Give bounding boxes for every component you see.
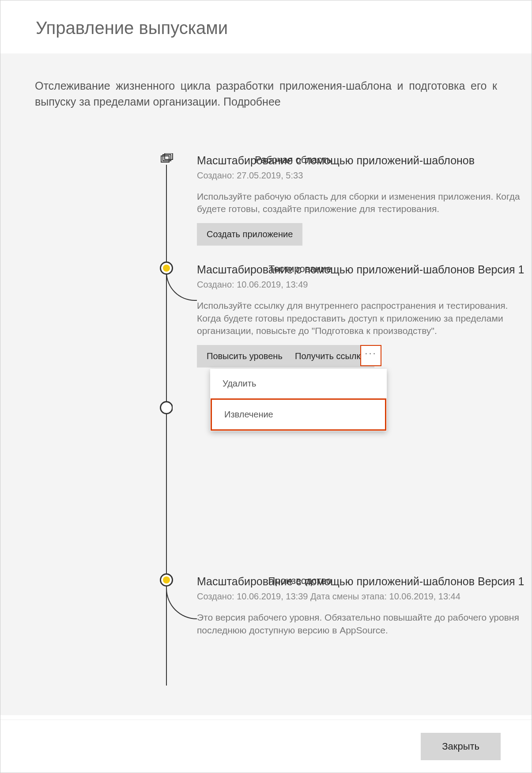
create-app-button[interactable]: Создать приложение bbox=[197, 223, 302, 246]
testing-curve bbox=[166, 272, 197, 301]
workspace-icon bbox=[161, 153, 173, 165]
stage-label-workspace: Рабочая область bbox=[173, 154, 332, 166]
production-meta: Создано: 10.06.2019, 13:39 Дата смены эт… bbox=[197, 591, 532, 602]
testing-marker-icon bbox=[160, 261, 173, 275]
dialog-header: Управление выпусками bbox=[0, 0, 532, 53]
release-timeline: Рабочая область Масштабирование с помощь… bbox=[0, 154, 532, 686]
intro-text: Отслеживание жизненного цикла разработки… bbox=[0, 78, 532, 110]
testing-actions: Повысить уровень приложения Получить ссы… bbox=[197, 345, 532, 368]
stage-production: Производство Масштабирование с помощью п… bbox=[173, 575, 532, 686]
menu-item-delete[interactable]: Удалить bbox=[210, 369, 387, 398]
dialog-body: Отслеживание жизненного цикла разработки… bbox=[0, 53, 532, 715]
workspace-desc: Используйте рабочую область для сборки и… bbox=[197, 190, 532, 216]
stage-testing: Тестирование Масштабирование с помощью п… bbox=[173, 263, 532, 368]
page-title: Управление выпусками bbox=[36, 18, 496, 38]
timeline-line bbox=[166, 163, 167, 686]
production-curve bbox=[166, 584, 197, 619]
dialog-footer: Закрыть bbox=[0, 720, 532, 773]
stage-workspace: Рабочая область Масштабирование с помощь… bbox=[173, 154, 532, 246]
close-button[interactable]: Закрыть bbox=[421, 733, 501, 760]
ellipsis-icon: ··· bbox=[365, 348, 377, 359]
preproduction-marker-icon bbox=[160, 401, 173, 414]
more-actions-button[interactable]: ··· bbox=[360, 345, 381, 366]
more-actions-menu: Удалить Извлечение bbox=[210, 369, 387, 431]
production-desc: Это версия рабочего уровня. Обязательно … bbox=[197, 611, 532, 637]
menu-item-extract[interactable]: Извлечение bbox=[211, 398, 386, 431]
workspace-meta: Создано: 27.05.2019, 5:33 bbox=[197, 171, 532, 181]
testing-desc: Используйте ссылку для внутреннего распр… bbox=[197, 299, 532, 337]
testing-meta: Создано: 10.06.2019, 13:49 bbox=[197, 280, 532, 290]
